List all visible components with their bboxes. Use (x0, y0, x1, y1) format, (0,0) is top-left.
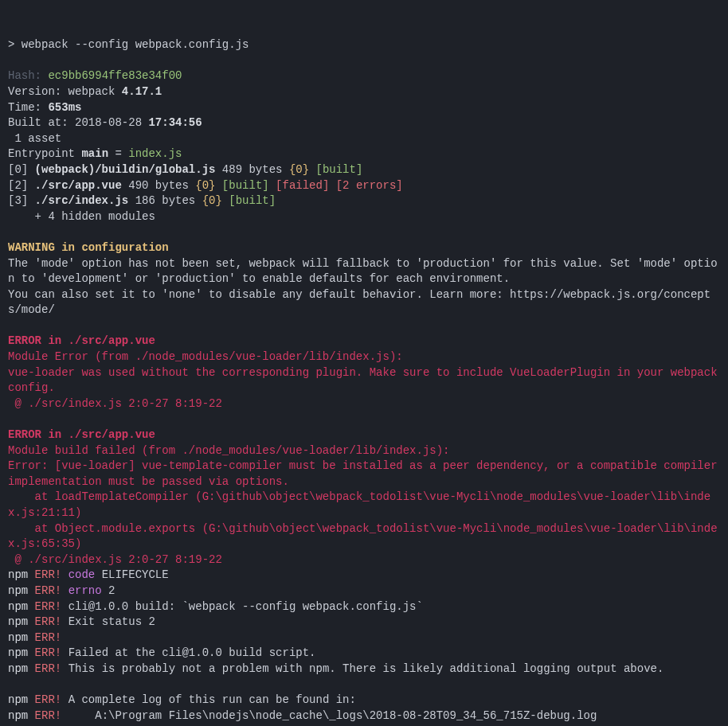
npm-line: npm ERR! errno 2 (8, 584, 115, 597)
built-time: 17:34:56 (148, 116, 202, 129)
hash-value: ec9bb6994ffe83e34f00 (48, 69, 182, 82)
npm-tag: npm (8, 615, 28, 628)
npm-line: npm ERR! A complete log of this run can … (8, 693, 356, 706)
mod-chunk: {0} (195, 179, 215, 192)
npm-line: npm ERR! cli@1.0.0 build: `webpack --con… (8, 600, 423, 613)
npm-err: ERR! (28, 662, 61, 675)
npm-err: ERR! (28, 646, 61, 659)
warning-header: WARNING in configuration (8, 241, 169, 254)
npm-line: npm ERR! (8, 631, 61, 644)
entrypoint-line: Entrypoint main = index.js (8, 147, 182, 160)
version-line: Version: webpack 4.17.1 (8, 85, 162, 98)
entry-eq: = (108, 147, 128, 160)
error-header: ERROR in ./src/app.vue (8, 428, 155, 441)
hidden-modules: + 4 hidden modules (8, 210, 155, 223)
asset-line: 1 asset (8, 132, 61, 145)
npm-val: 2 (102, 584, 115, 597)
npm-err: ERR! (28, 568, 61, 581)
npm-tag: npm (8, 662, 28, 675)
npm-msg: A complete log of this run can be found … (61, 693, 356, 706)
npm-tag: npm (8, 709, 28, 722)
terminal-output: > webpack --config webpack.config.js Has… (8, 37, 720, 724)
warning-body: The 'mode' option has not been set, webp… (8, 257, 718, 286)
mod-size: 489 bytes (215, 163, 288, 176)
command-line: > webpack --config webpack.config.js (8, 38, 249, 51)
npm-err: ERR! (28, 600, 61, 613)
npm-msg: Exit status 2 (61, 615, 155, 628)
mod-path: (webpack)/buildin/global.js (35, 163, 216, 176)
error-line: Module Error (from ./node_modules/vue-lo… (8, 350, 403, 363)
npm-msg: This is probably not a problem with npm.… (61, 662, 663, 675)
npm-err: ERR! (28, 693, 61, 706)
npm-tag: npm (8, 693, 28, 706)
hash-label: Hash: (8, 69, 48, 82)
mod-size: 490 bytes (122, 179, 195, 192)
module-line: [2] ./src/app.vue 490 bytes {0} [built] … (8, 179, 403, 192)
error-line: @ ./src/index.js 2:0-27 8:19-22 (8, 553, 222, 566)
npm-line: npm ERR! This is probably not a problem … (8, 662, 663, 675)
error-line: Module build failed (from ./node_modules… (8, 444, 450, 457)
npm-tag: npm (8, 631, 28, 644)
warning-body: You can also set it to 'none' to disable… (8, 288, 710, 317)
mod-errors: [2 errors] (329, 179, 402, 192)
mod-built: [built] (309, 163, 362, 176)
npm-val: ELIFECYCLE (95, 568, 168, 581)
mod-size: 186 bytes (128, 194, 202, 207)
error-line: at loadTemplateCompiler (G:\github\objec… (8, 490, 710, 519)
mod-failed: [failed] (269, 179, 330, 192)
npm-key: errno (61, 584, 101, 597)
entry-main: main (81, 147, 108, 160)
mod-chunk: {0} (289, 163, 309, 176)
npm-tag: npm (8, 568, 28, 581)
npm-line: npm ERR! Exit status 2 (8, 615, 155, 628)
entry-file: index.js (128, 147, 182, 160)
error-header: ERROR in ./src/app.vue (8, 334, 155, 347)
mod-built: [built] (215, 179, 268, 192)
error-line: @ ./src/index.js 2:0-27 8:19-22 (8, 397, 222, 410)
time-value: 653ms (48, 101, 81, 114)
npm-line: npm ERR! A:\Program Files\nodejs\node_ca… (8, 709, 597, 722)
mod-path: ./src/app.vue (35, 179, 122, 192)
npm-msg: cli@1.0.0 build: `webpack --config webpa… (61, 600, 423, 613)
built-label: Built at: 2018-08-28 (8, 116, 148, 129)
mod-built: [built] (222, 194, 276, 207)
version-label: Version: webpack (8, 85, 122, 98)
mod-chunk: {0} (202, 194, 222, 207)
hash-line: Hash: ec9bb6994ffe83e34f00 (8, 69, 182, 82)
time-label: Time: (8, 101, 48, 114)
npm-key: code (61, 568, 95, 581)
mod-tag: [2] (8, 179, 35, 192)
npm-err: ERR! (28, 631, 61, 644)
mod-tag: [3] (8, 194, 35, 207)
mod-tag: [0] (8, 163, 35, 176)
npm-msg: Failed at the cli@1.0.0 build script. (61, 646, 315, 659)
error-line: Error: [vue-loader] vue-template-compile… (8, 459, 724, 488)
npm-err: ERR! (28, 615, 61, 628)
module-line: [3] ./src/index.js 186 bytes {0} [built] (8, 194, 276, 207)
npm-err: ERR! (28, 709, 61, 722)
time-line: Time: 653ms (8, 101, 81, 114)
entry-label: Entrypoint (8, 147, 81, 160)
error-line: at Object.module.exports (G:\github\obje… (8, 522, 718, 551)
npm-tag: npm (8, 600, 28, 613)
built-line: Built at: 2018-08-28 17:34:56 (8, 116, 202, 129)
error-line: vue-loader was used without the correspo… (8, 366, 724, 395)
version-value: 4.17.1 (122, 85, 162, 98)
npm-line: npm ERR! Failed at the cli@1.0.0 build s… (8, 646, 316, 659)
npm-err: ERR! (28, 584, 61, 597)
npm-msg: A:\Program Files\nodejs\node_cache\_logs… (61, 709, 597, 722)
module-line: [0] (webpack)/buildin/global.js 489 byte… (8, 163, 362, 176)
mod-path: ./src/index.js (35, 194, 129, 207)
npm-line: npm ERR! code ELIFECYCLE (8, 568, 169, 581)
npm-tag: npm (8, 646, 28, 659)
npm-tag: npm (8, 584, 28, 597)
